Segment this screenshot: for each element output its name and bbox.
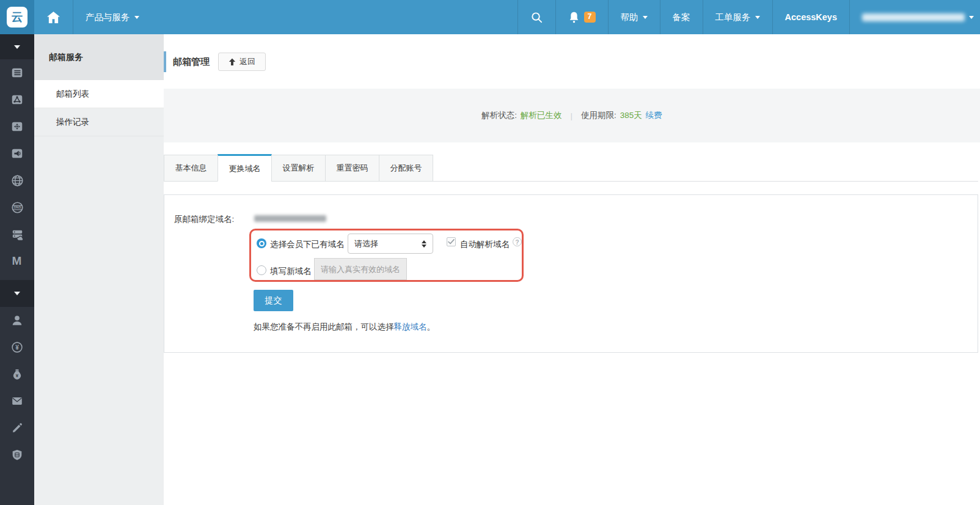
help-icon[interactable]: ? [513,237,522,246]
bell-icon [568,11,580,24]
notification-badge: 7 [584,12,596,23]
chevron-down-icon [14,292,20,295]
radio-dot [260,242,263,245]
auto-resolve-label: 自动解析域名 [460,239,510,250]
app-shell: DNS M ¥ [0,34,980,505]
new-domain-input[interactable] [314,258,407,280]
highlight-box: 选择会员下已有域名 请选择 自动解析域名 ? 填写新域名 [249,229,524,282]
resolve-status-label: 解析状态: [481,110,517,121]
icon-sidebar: DNS M ¥ [0,34,34,505]
user-name-redacted [862,13,965,21]
search-button[interactable] [517,0,555,34]
svg-text:¥: ¥ [16,373,19,378]
select-arrows-icon [422,240,426,248]
tab-change-domain[interactable]: 更换域名 [218,154,272,182]
api-share-icon [10,93,24,106]
sidebar-item-server[interactable] [0,221,34,248]
svg-text:¥: ¥ [15,344,19,351]
page-header: 邮箱管理 返回 [164,51,266,72]
tab-basic-info[interactable]: 基本信息 [164,155,218,182]
domain-select-value: 请选择 [354,238,378,249]
beian-link[interactable]: 备案 [660,0,703,34]
page-title: 邮箱管理 [173,56,210,68]
bound-domain-redacted [254,215,326,222]
tab-reset-password[interactable]: 重置密码 [325,155,379,182]
brand-logo[interactable]: 云 [0,0,34,34]
resolve-status-value: 解析已生效 [521,110,562,121]
status-bar: 解析状态: 解析已生效 | 使用期限: 385天 续费 [164,89,980,142]
ticket-service-menu[interactable]: 工单服务 [703,0,772,34]
radio-new-domain[interactable] [257,265,266,275]
svg-text:DNS: DNS [13,205,21,209]
change-domain-panel: 原邮箱绑定域名: 选择会员下已有域名 请选择 [164,194,978,353]
mail-icon [10,394,24,408]
back-button-label: 返回 [240,56,255,67]
domain-select[interactable]: 请选择 [348,234,433,254]
radio-existing-domain-label: 选择会员下已有域名 [270,239,345,250]
home-button[interactable] [34,0,73,34]
products-menu[interactable]: 产品与服务 [73,0,152,34]
notifications-button[interactable]: 7 [555,0,608,34]
deploy-cross-icon [10,120,24,133]
main-content: 邮箱管理 返回 解析状态: 解析已生效 | 使用期限: 385天 续费 基本信息… [164,34,980,505]
tab-strip: 基本信息 更换域名 设置解析 重置密码 分配账号 [164,155,978,182]
sidebar-item-console-list[interactable] [0,59,34,86]
globe-icon [10,174,24,188]
chevron-down-icon [14,45,20,49]
shield-icon [10,448,24,462]
sidebar-item-mail[interactable] [0,388,34,415]
submenu-item-label: 操作记录 [56,117,89,128]
release-domain-hint: 如果您准备不再启用此邮箱，可以选择释放域名。 [254,322,435,333]
submenu-item-mail-list[interactable]: 邮箱列表 [34,80,164,108]
dns-icon: DNS [10,201,24,215]
tab-assign-account[interactable]: 分配账号 [379,155,433,182]
bound-domain-label: 原邮箱绑定域名: [174,214,234,225]
help-menu-label: 帮助 [621,12,638,23]
sidebar-collapse-toggle-bottom[interactable] [0,280,34,307]
sidebar-item-security[interactable] [0,441,34,468]
sidebar-collapse-toggle-top[interactable] [0,34,34,59]
sidebar-item-api[interactable] [0,86,34,113]
beian-label: 备案 [673,12,690,23]
cloud-logo-icon: 云 [7,7,27,28]
sidebar-item-deploy[interactable] [0,113,34,140]
radio-new-domain-label: 填写新域名 [270,266,312,277]
sidebar-item-user[interactable] [0,307,34,334]
ticket-service-label: 工单服务 [715,12,751,23]
renew-link[interactable]: 续费 [646,110,662,121]
submenu-item-label: 邮箱列表 [56,89,89,100]
submenu-sidebar: 邮箱服务 邮箱列表 操作记录 [34,34,164,505]
radio-existing-domain[interactable] [257,238,266,248]
home-icon [46,11,60,24]
user-icon [10,314,24,327]
topbar: 云 产品与服务 7 帮助 备案 [0,0,980,34]
accesskeys-label: AccessKeys [785,12,837,22]
chevron-down-icon [643,16,648,19]
topbar-right: 7 帮助 备案 工单服务 AccessKeys [517,0,980,34]
help-menu[interactable]: 帮助 [608,0,660,34]
sidebar-item-edit[interactable] [0,415,34,441]
auto-resolve-checkbox[interactable] [447,237,456,246]
console-list-icon [10,66,24,79]
pencil-icon [10,421,24,435]
sidebar-item-funds[interactable]: ¥ [0,361,34,388]
money-bag-icon: ¥ [10,367,24,381]
sidebar-item-dns[interactable]: DNS [0,194,34,221]
accesskeys-link[interactable]: AccessKeys [772,0,849,34]
tab-set-resolution[interactable]: 设置解析 [271,155,326,182]
sidebar-item-announcement[interactable] [0,140,34,167]
usage-period-label: 使用期限: [581,110,616,121]
usage-period-value: 385天 [620,110,642,121]
submit-button[interactable]: 提交 [254,290,293,311]
user-menu[interactable] [849,0,980,34]
sidebar-item-balance[interactable]: ¥ [0,334,34,361]
status-divider: | [570,111,572,120]
sidebar-item-m-service[interactable]: M [0,248,34,275]
back-button[interactable]: 返回 [218,53,266,71]
submenu-item-operation-log[interactable]: 操作记录 [34,108,164,136]
arrow-up-icon [229,58,236,66]
sidebar-item-network[interactable] [0,167,34,194]
submenu-title: 邮箱服务 [34,34,164,80]
hint-suffix: 。 [427,322,436,331]
release-domain-link[interactable]: 释放域名 [394,322,427,331]
